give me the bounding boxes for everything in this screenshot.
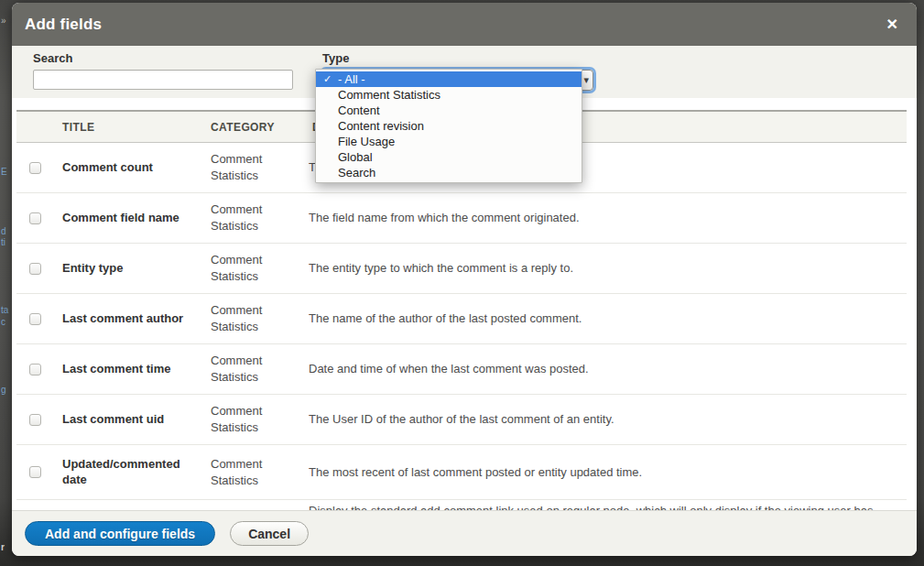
dropdown-option-content-revision[interactable]: Content revision: [316, 118, 582, 134]
table-row: Entity type Comment Statistics The entit…: [16, 244, 907, 294]
field-title: Last comment time: [53, 362, 206, 377]
select-arrow-icon: ▾: [583, 73, 589, 87]
dropdown-option-label: - All -: [338, 72, 365, 86]
field-category: Comment Statistics: [206, 302, 302, 334]
field-category: Comment Statistics: [206, 252, 302, 284]
category-column-header: CATEGORY: [206, 121, 302, 134]
backdrop-text-fragment: ta: [1, 306, 8, 315]
row-checkbox[interactable]: [29, 364, 41, 376]
backdrop-text-fragment: ti: [1, 238, 5, 247]
field-description: The User ID of the author of the last co…: [302, 411, 907, 428]
table-row: Last comment author Comment Statistics T…: [16, 294, 907, 344]
backdrop-text-fragment: E: [1, 168, 7, 177]
table-row: Comment field name Comment Statistics Th…: [16, 193, 907, 244]
dropdown-option-label: Comment Statistics: [338, 88, 440, 102]
backdrop-text-fragment: »: [1, 16, 6, 26]
dropdown-option-global[interactable]: Global: [316, 149, 582, 165]
dropdown-option-label: Content revision: [338, 119, 424, 133]
field-description: The most recent of last comment posted o…: [302, 464, 907, 481]
checkmark-icon: ✓: [323, 71, 332, 87]
modal-header: Add fields ✕: [12, 3, 917, 46]
add-fields-modal: Add fields ✕ Search Type ▾ ✓ - All - Com…: [12, 3, 917, 556]
modal-footer: Add and configure fields Cancel: [12, 510, 917, 556]
dropdown-option-content[interactable]: Content: [316, 103, 582, 118]
field-category: Comment Statistics: [206, 201, 302, 234]
type-label: Type: [322, 51, 593, 65]
table-row: Display the standard add comment link us…: [16, 500, 907, 510]
modal-title: Add fields: [25, 16, 102, 34]
field-title: Last comment uid: [53, 412, 206, 428]
field-title: Comment count: [53, 160, 206, 176]
type-dropdown-menu: ✓ - All - Comment Statistics Content Con…: [315, 69, 582, 183]
row-checkbox[interactable]: [29, 212, 41, 224]
title-column-header: TITLE: [53, 121, 206, 134]
cancel-button[interactable]: Cancel: [230, 521, 309, 546]
row-checkbox[interactable]: [29, 313, 41, 325]
field-title: Comment field name: [53, 211, 206, 226]
table-row: Updated/commented date Comment Statistic…: [16, 445, 907, 500]
field-category: Comment Statistics: [206, 353, 302, 385]
field-description: Display the standard add comment link us…: [302, 503, 907, 510]
field-title: Last comment author: [53, 311, 206, 327]
dropdown-option-label: Global: [338, 150, 373, 164]
table-row: Last comment time Comment Statistics Dat…: [16, 344, 907, 395]
table-row: Last comment uid Comment Statistics The …: [16, 395, 907, 445]
backdrop-text-fragment: d: [1, 227, 6, 236]
dropdown-option-label: File Usage: [338, 135, 395, 148]
field-title: Entity type: [53, 261, 206, 277]
dropdown-option-label: Search: [338, 166, 375, 180]
search-label: Search: [33, 51, 293, 65]
search-input[interactable]: [33, 70, 293, 90]
dropdown-option-comment-statistics[interactable]: Comment Statistics: [316, 87, 582, 103]
close-button[interactable]: ✕: [883, 14, 902, 36]
backdrop-text-fragment: r: [1, 543, 5, 552]
close-icon: ✕: [886, 16, 898, 32]
row-checkbox[interactable]: [29, 414, 41, 426]
dropdown-option-label: Content: [338, 103, 380, 117]
row-checkbox[interactable]: [29, 263, 41, 275]
field-title: Updated/commented date: [53, 457, 206, 488]
dropdown-option-file-usage[interactable]: File Usage: [316, 134, 582, 149]
dropdown-option-all[interactable]: ✓ - All -: [316, 71, 582, 87]
backdrop-text-fragment: g: [1, 386, 6, 395]
field-category: Comment Statistics: [206, 151, 302, 183]
dropdown-option-search[interactable]: Search: [316, 165, 582, 180]
field-category: Comment Statistics: [206, 456, 302, 488]
search-field-group: Search: [33, 51, 293, 90]
field-description: The name of the author of the last poste…: [302, 310, 907, 327]
field-description: The field name from which the comment or…: [302, 210, 907, 226]
row-checkbox[interactable]: [29, 466, 41, 478]
field-category: Comment Statistics: [206, 403, 302, 435]
field-description: Date and time of when the last comment w…: [302, 361, 907, 377]
backdrop-text-fragment: c: [1, 318, 5, 327]
add-and-configure-fields-button[interactable]: Add and configure fields: [25, 521, 215, 546]
row-checkbox[interactable]: [29, 162, 41, 174]
field-description: The entity type to which the comment is …: [302, 260, 907, 277]
